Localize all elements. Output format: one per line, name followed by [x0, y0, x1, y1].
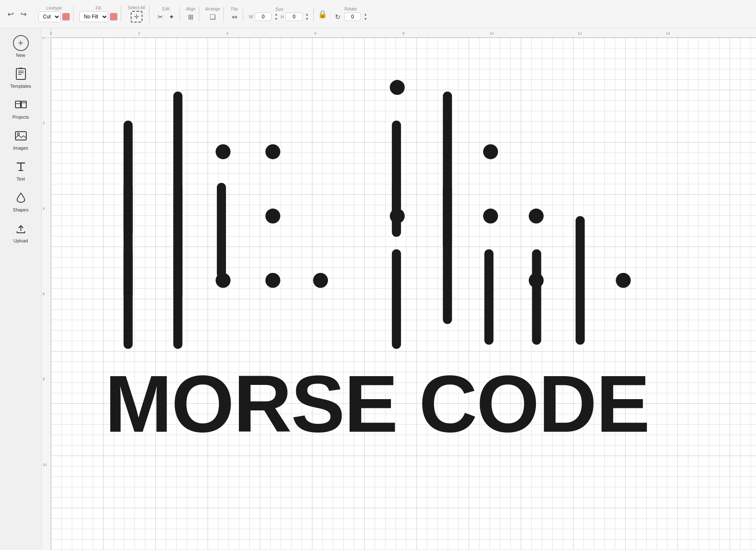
edit-controls: ✂ ✦ — [155, 12, 176, 22]
ruler-left-mark-10: 10 — [43, 463, 47, 467]
arrange-label: Arrange — [205, 7, 220, 11]
align-button[interactable]: ⊞ — [186, 12, 195, 22]
redo-button[interactable]: ↪ — [18, 8, 29, 20]
svg-rect-11 — [217, 183, 226, 278]
ruler-mark-14: 14 — [666, 31, 670, 36]
svg-point-14 — [265, 273, 280, 288]
text-icon — [13, 159, 29, 175]
ruler-mark-8: 8 — [402, 31, 404, 36]
flip-button[interactable]: ⇔ — [230, 12, 239, 22]
svg-point-26 — [483, 209, 498, 224]
sidebar: + New Templates — [0, 28, 42, 550]
svg-rect-1 — [15, 101, 20, 108]
align-section: Align ⊞ — [183, 7, 199, 22]
size-w-spinner: ▲ ▼ — [273, 13, 279, 21]
sidebar-text-label: Text — [16, 176, 25, 181]
rotate-spinner: ▲ ▼ — [363, 13, 368, 21]
size-w-up[interactable]: ▲ — [273, 13, 279, 17]
arrange-button[interactable]: ❏ — [208, 12, 218, 22]
svg-rect-31 — [392, 249, 401, 349]
edit-label: Edit — [162, 7, 170, 11]
size-w-input[interactable] — [255, 13, 271, 21]
undo-button[interactable]: ↩ — [5, 8, 16, 20]
lock-icon[interactable]: 🔒 — [318, 10, 327, 19]
size-h-input[interactable] — [286, 13, 302, 21]
templates-icon — [13, 66, 29, 82]
fill-label: Fill — [96, 6, 101, 10]
sidebar-item-shapes[interactable]: Shapes — [3, 186, 38, 216]
fill-select[interactable]: No Fill — [79, 11, 108, 22]
svg-rect-25 — [443, 183, 452, 324]
linetype-select[interactable]: Cut — [38, 11, 61, 22]
canvas[interactable]: MORSE CODE — [51, 38, 756, 550]
svg-rect-30 — [576, 216, 585, 345]
ruler-left: 0 2 4 6 8 10 — [42, 38, 51, 550]
edit-scissors-button[interactable]: ✂ — [155, 12, 165, 22]
morse-code-canvas: MORSE CODE — [51, 38, 756, 550]
rotate-up[interactable]: ▲ — [363, 13, 368, 17]
canvas-area: 0 2 4 6 8 10 12 14 0 2 4 6 8 10 — [42, 28, 756, 550]
svg-rect-0 — [16, 69, 25, 79]
ruler-mark-12: 12 — [578, 31, 582, 36]
linetype-label: Linetype — [46, 6, 62, 10]
arrange-controls: ❏ — [208, 12, 218, 22]
ruler-mark-10: 10 — [490, 31, 494, 36]
align-label: Align — [186, 7, 195, 11]
sidebar-item-text[interactable]: Text — [3, 155, 38, 185]
ruler-left-mark-0: 0 — [43, 38, 45, 40]
svg-point-15 — [313, 273, 328, 288]
rotate-icon-button[interactable]: ↻ — [333, 12, 342, 22]
sidebar-images-label: Images — [13, 145, 28, 150]
ruler-left-mark-8: 8 — [43, 377, 45, 381]
svg-point-13 — [216, 273, 231, 288]
ruler-mark-6: 6 — [314, 31, 316, 36]
linetype-color-swatch[interactable] — [62, 13, 70, 20]
select-all-label: Select All — [128, 5, 145, 10]
rotate-input[interactable] — [344, 13, 361, 21]
sidebar-item-projects[interactable]: Projects — [3, 94, 38, 123]
svg-point-12 — [265, 209, 280, 224]
select-all-button[interactable]: ✛ — [131, 11, 142, 23]
ruler-mark-0: 0 — [50, 31, 52, 36]
ruler-left-mark-4: 4 — [43, 206, 45, 211]
new-plus-icon: + — [13, 35, 29, 51]
shapes-icon — [13, 190, 29, 206]
size-h-down[interactable]: ▼ — [304, 17, 310, 21]
sidebar-projects-label: Projects — [13, 115, 29, 120]
linetype-section: Linetype Cut — [35, 6, 74, 22]
ruler-mark-2: 2 — [138, 31, 140, 36]
align-controls: ⊞ — [186, 12, 195, 22]
morse-text: MORSE CODE — [105, 359, 649, 449]
svg-point-24 — [483, 144, 498, 159]
size-w-label: W — [249, 14, 253, 19]
svg-rect-32 — [392, 183, 401, 224]
size-controls: W ▲ ▼ H ▲ ▼ — [249, 13, 310, 21]
size-w-down[interactable]: ▼ — [273, 17, 279, 21]
size-h-up[interactable]: ▲ — [304, 13, 310, 17]
sidebar-item-new[interactable]: + New — [3, 32, 38, 61]
svg-rect-19 — [173, 249, 183, 349]
fill-color-swatch[interactable] — [110, 13, 117, 20]
rotate-controls: ↻ ▲ ▼ — [333, 12, 368, 22]
sidebar-item-templates[interactable]: Templates — [3, 63, 38, 92]
rotate-down[interactable]: ▼ — [363, 17, 368, 21]
projects-icon — [13, 97, 29, 113]
svg-point-6 — [17, 133, 19, 135]
size-section: Size W ▲ ▼ H ▲ ▼ — [246, 7, 314, 21]
flip-label: Flip — [231, 7, 238, 11]
edit-wand-button[interactable]: ✦ — [167, 12, 176, 22]
svg-rect-28 — [485, 249, 494, 344]
select-all-section: Select All ✛ — [124, 5, 150, 23]
sidebar-item-upload[interactable]: Upload — [3, 217, 38, 247]
sidebar-new-label: New — [16, 53, 25, 58]
sidebar-shapes-label: Shapes — [13, 207, 28, 212]
select-all-icon: ✛ — [134, 13, 139, 20]
size-h-spinner: ▲ ▼ — [304, 13, 310, 21]
ruler-top-marks: 0 2 4 6 8 10 12 14 — [51, 28, 756, 36]
svg-point-20 — [390, 80, 405, 95]
size-label: Size — [275, 7, 283, 12]
svg-point-34 — [616, 273, 631, 288]
ruler-left-mark-6: 6 — [43, 292, 45, 296]
rotate-label: Rotate — [345, 7, 357, 11]
sidebar-item-images[interactable]: Images — [3, 125, 38, 154]
